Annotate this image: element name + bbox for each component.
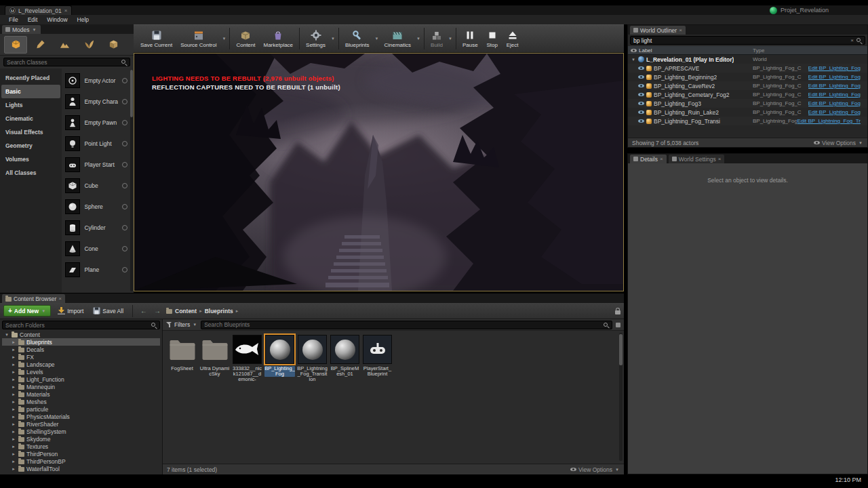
outliner-root-row[interactable]: ▾ L_Revelation_01 (Play In Editor) World <box>628 55 867 64</box>
search-folders-input[interactable] <box>5 322 149 329</box>
paint-mode-button[interactable] <box>28 36 52 54</box>
tab-content-browser[interactable]: Content Browser × <box>2 294 65 303</box>
foliage-mode-button[interactable] <box>77 36 100 54</box>
outliner-search-input[interactable] <box>633 37 848 44</box>
close-icon[interactable]: × <box>64 8 68 14</box>
visibility-eye-icon[interactable] <box>638 92 644 98</box>
tree-item-particule[interactable]: ▸particule <box>2 405 160 413</box>
stop-button[interactable]: Stop <box>482 25 502 52</box>
drag-grip-icon[interactable] <box>122 204 127 209</box>
pause-button[interactable]: Pause <box>458 25 482 52</box>
expand-caret-icon[interactable]: ▸ <box>11 459 16 464</box>
visibility-column-eye-icon[interactable] <box>631 47 637 54</box>
asset-scrollbar[interactable] <box>619 333 623 461</box>
tree-item-waterfalltool[interactable]: ▸WaterfallTool <box>2 465 160 472</box>
category-geometry[interactable]: Geometry <box>1 139 60 152</box>
expand-caret-icon[interactable]: ▸ <box>11 466 16 472</box>
filters-button[interactable]: Filters ▾ <box>166 321 197 328</box>
menu-window[interactable]: Window <box>42 16 72 23</box>
asset-folder-ultradynamicsky[interactable]: Ultra DynamicSky <box>199 335 230 377</box>
expand-caret-icon[interactable]: ▸ <box>11 354 16 360</box>
edit-blueprint-link[interactable]: Edit BP_Lighting_Fog <box>808 83 861 89</box>
asset-bp-lighting-fog[interactable]: BP_Lighting_Fog <box>264 335 295 377</box>
chevron-down-icon[interactable]: ▼ <box>221 37 228 41</box>
outliner-row[interactable]: BP_Lightning_Fog_Transi BP_Lightning_Fog… <box>628 117 867 125</box>
tree-item-rivershader[interactable]: ▸RiverShader <box>2 420 160 428</box>
visibility-eye-icon[interactable] <box>638 118 644 124</box>
placeable-point-light[interactable]: Point Light <box>62 133 134 154</box>
content-button[interactable]: Content <box>232 25 259 52</box>
chevron-down-icon[interactable]: ▼ <box>447 37 454 41</box>
place-mode-button[interactable] <box>4 36 27 54</box>
save-current-button[interactable]: Save Current <box>136 25 176 52</box>
search-classes-input[interactable] <box>7 59 119 66</box>
import-button[interactable]: Import <box>55 305 86 317</box>
category-visual-effects[interactable]: Visual Effects <box>1 125 60 139</box>
drag-grip-icon[interactable] <box>122 141 127 146</box>
category-basic[interactable]: Basic <box>1 85 60 98</box>
menu-help[interactable]: Help <box>73 16 94 23</box>
visibility-eye-icon[interactable] <box>638 109 644 115</box>
placeable-cylinder[interactable]: Cylinder <box>62 217 134 238</box>
drag-grip-icon[interactable] <box>122 78 127 83</box>
breadcrumb-blueprints[interactable]: Blueprints <box>205 308 233 314</box>
blueprints-button[interactable]: Blueprints <box>341 25 374 52</box>
edit-blueprint-link[interactable]: Edit BP_Lighting_Fog <box>808 92 861 98</box>
expand-caret-icon[interactable]: ▾ <box>4 332 9 338</box>
add-new-button[interactable]: + Add New ▾ <box>3 305 51 317</box>
tree-item-skydome[interactable]: ▸Skydome <box>2 435 160 443</box>
tab-world-outliner[interactable]: World Outliner × <box>630 26 686 35</box>
outliner-view-options-button[interactable]: View Options ▾ <box>814 140 863 146</box>
back-arrow-icon[interactable]: ← <box>139 307 149 314</box>
clear-search-icon[interactable]: × <box>850 38 854 43</box>
expand-caret-icon[interactable]: ▸ <box>11 429 16 434</box>
visibility-eye-icon[interactable] <box>638 100 644 106</box>
breadcrumb-content[interactable]: Content <box>175 308 197 314</box>
level-tab[interactable]: U L_Revelation_01 × <box>5 5 72 15</box>
settings-button[interactable]: Settings <box>302 25 330 52</box>
expand-caret-icon[interactable]: ▸ <box>11 422 16 427</box>
expand-caret-icon[interactable]: ▸ <box>11 399 16 405</box>
edit-blueprint-link[interactable]: Edit BP_Lighting_Fog <box>808 109 861 115</box>
asset-texture-demonic-fish[interactable]: 333832__nick121087__demonic- <box>232 335 262 382</box>
type-column-header[interactable]: Type <box>753 47 867 54</box>
outliner-row[interactable]: BP_Lighting_Beginning2 BP_Lighting_Fog_C… <box>628 73 867 81</box>
expand-caret-icon[interactable]: ▾ <box>631 57 636 62</box>
visibility-eye-icon[interactable] <box>638 65 644 71</box>
tree-item-light-function[interactable]: ▸Light_Function <box>2 375 160 383</box>
outliner-row[interactable]: BP_Lighting_Fog3 BP_Lighting_Fog_C Edit … <box>628 99 867 108</box>
tree-item-landscape[interactable]: ▸Landscape <box>2 361 160 368</box>
scrollbar-thumb[interactable] <box>130 70 133 117</box>
tab-details[interactable]: Details × <box>630 155 667 163</box>
tree-item-materials[interactable]: ▸Materials <box>2 390 160 398</box>
close-icon[interactable]: × <box>58 296 62 302</box>
tree-item-levels[interactable]: ▸Levels <box>2 368 160 375</box>
visibility-eye-icon[interactable] <box>638 74 644 80</box>
drag-grip-icon[interactable] <box>122 120 127 125</box>
placeable-empty-actor[interactable]: Empty Actor <box>62 70 134 91</box>
landscape-mode-button[interactable] <box>53 36 76 54</box>
expand-caret-icon[interactable]: ▸ <box>11 377 16 382</box>
placeable-player-start[interactable]: Player Start <box>62 154 134 175</box>
placeable-cube[interactable]: Cube <box>62 175 134 196</box>
category-all-classes[interactable]: All Classes <box>1 166 60 180</box>
tree-item-thirdperson[interactable]: ▸ThirdPerson <box>2 450 160 458</box>
geometry-mode-button[interactable] <box>102 36 125 54</box>
tree-item-fx[interactable]: ▸FX <box>2 353 160 361</box>
category-lights[interactable]: Lights <box>1 98 60 112</box>
edit-blueprint-link[interactable]: Edit BP_Lighting_Fog <box>808 74 861 80</box>
expand-caret-icon[interactable]: ▸ <box>11 384 16 390</box>
expand-caret-icon[interactable]: ▸ <box>11 369 16 375</box>
expand-caret-icon[interactable]: ▸ <box>11 362 16 367</box>
expand-caret-icon[interactable]: ▸ <box>11 436 16 442</box>
drag-grip-icon[interactable] <box>122 225 127 230</box>
cinematics-button[interactable]: Cinematics <box>380 25 415 52</box>
tree-item-textures[interactable]: ▸Textures <box>2 443 160 450</box>
close-icon[interactable]: × <box>718 157 722 162</box>
outliner-row[interactable]: BP_APRESCAVE BP_Lighting_Fog_C Edit BP_L… <box>628 64 867 73</box>
tree-item-blueprints[interactable]: ▸Blueprints <box>2 338 160 346</box>
placeable-cone[interactable]: Cone <box>62 238 134 259</box>
label-column-header[interactable]: Label <box>639 47 652 54</box>
outliner-row[interactable]: BP_Lighting_Cemetary_Fog2 BP_Lighting_Fo… <box>628 90 867 99</box>
drag-grip-icon[interactable] <box>122 99 127 104</box>
